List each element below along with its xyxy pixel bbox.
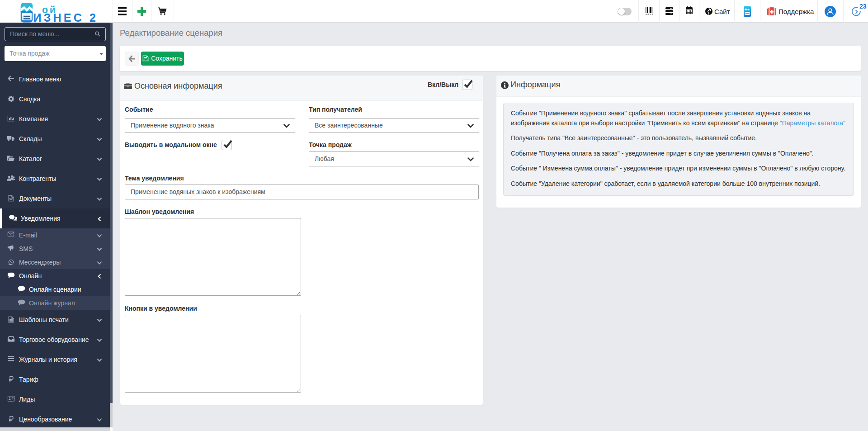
svg-text:ИЗНЕС 2: ИЗНЕС 2 [33,11,99,24]
svg-text:W: W [9,197,12,201]
